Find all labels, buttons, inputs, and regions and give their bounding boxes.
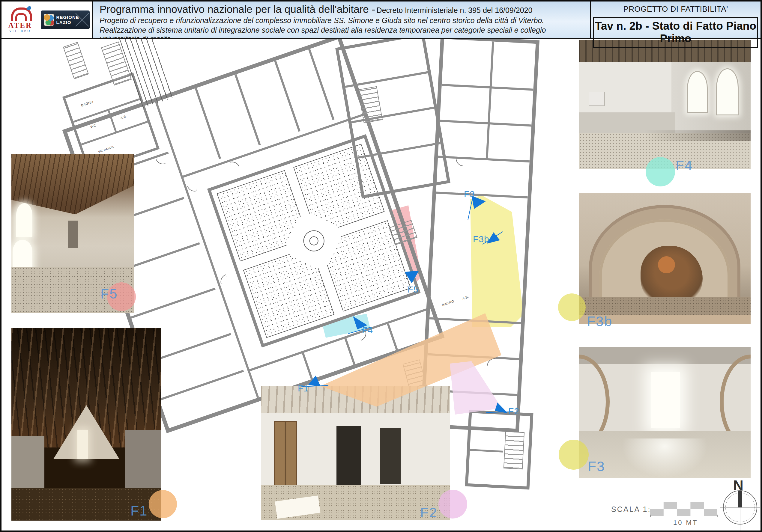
project-phase: PROGETTO DI FATTIBILITA' — [591, 2, 760, 14]
sheet-id-block: PROGETTO DI FATTIBILITA' Tav n. 2b - Sta… — [591, 2, 760, 38]
doorway — [337, 426, 361, 487]
regione-label: REGIONE — [56, 15, 79, 20]
marker-label-f1: F1 — [298, 383, 309, 394]
badge-f2 — [438, 490, 467, 518]
ater-logo: ATER VITERBO — [4, 7, 37, 33]
photo-label-f3: F3 — [588, 458, 605, 474]
end-door — [77, 430, 88, 459]
regione-lazio-logo: REGIONE LAZIO — [41, 11, 90, 29]
arched-window — [687, 71, 708, 113]
regione-lazio-emblem-icon — [44, 14, 54, 26]
project-subtitle-1: Progetto di recupero e rifunzionalizzazi… — [100, 16, 583, 25]
drawing-sheet: ATER VITERBO REGIONE LAZIO Programma inn… — [0, 0, 762, 532]
photo-label-f5: F5 — [101, 286, 118, 302]
radiator — [589, 92, 605, 106]
photo-f4-room — [579, 40, 751, 169]
logo-area: ATER VITERBO REGIONE LAZIO — [2, 2, 93, 38]
stairs — [358, 86, 383, 123]
stairs — [503, 431, 524, 469]
marker-label-f3: F3 — [464, 189, 475, 199]
marker-label-f2: F2 — [508, 406, 519, 416]
regione-logo-decoration — [76, 12, 89, 28]
bright-opening — [651, 372, 680, 428]
ater-logo-name: ATER — [4, 22, 37, 29]
photo-label-f1: F1 — [130, 502, 148, 519]
fresco-medallion — [658, 256, 675, 273]
project-title-block: Programma innovativo nazionale per la qu… — [93, 2, 591, 38]
stairs — [63, 42, 89, 79]
room-label-wc-handic: WC HANDIC. — [98, 145, 116, 154]
photo-f2-hall — [261, 386, 450, 520]
photo-label-f2: F2 — [420, 504, 437, 521]
badge-f3b — [558, 294, 586, 321]
lazio-label: LAZIO — [56, 20, 79, 25]
garden-parterre — [217, 170, 308, 261]
badge-f4 — [646, 157, 675, 186]
project-decree: Decreto Interministeriale n. 395 del 16/… — [377, 6, 533, 14]
marker-label-f3b: F3b — [473, 234, 490, 244]
ater-logo-sub: VITERBO — [4, 30, 37, 33]
room-label-bagno: BAGNO — [81, 100, 94, 107]
marker-label-f4: F4 — [362, 325, 373, 335]
scale-bar — [650, 502, 717, 516]
room-label-wc: WC — [90, 123, 97, 129]
photo-label-f3b: F3b — [587, 313, 612, 329]
title-block-header: ATER VITERBO REGIONE LAZIO Programma inn… — [2, 2, 760, 39]
corridor-end-door — [68, 221, 78, 247]
room-label-ab: A.B. — [120, 114, 127, 120]
doorway — [380, 428, 401, 484]
photo-f3b-arch — [579, 193, 751, 324]
project-title: Programma innovativo nazionale per la qu… — [100, 3, 375, 15]
compass-needle-icon — [738, 491, 742, 507]
scale-distance: 10 MT — [673, 519, 698, 527]
photo-label-f4: F4 — [676, 157, 693, 173]
badge-f1 — [149, 490, 177, 518]
project-subtitle-2: Realizzazione di sistema unitario di int… — [100, 26, 583, 38]
badge-f3 — [559, 440, 589, 470]
arched-window — [716, 68, 739, 115]
garden-parterre — [243, 247, 334, 338]
plan-block-bottom-right — [465, 410, 533, 490]
window — [16, 203, 32, 237]
wood-door — [274, 421, 297, 487]
marker-label-f5: F5 — [408, 285, 419, 295]
photo-f1-attic — [11, 328, 161, 521]
sheet-title: Tav n. 2b - Stato di Fatto Piano Primo — [593, 17, 758, 48]
ater-arch-icon — [11, 7, 30, 21]
